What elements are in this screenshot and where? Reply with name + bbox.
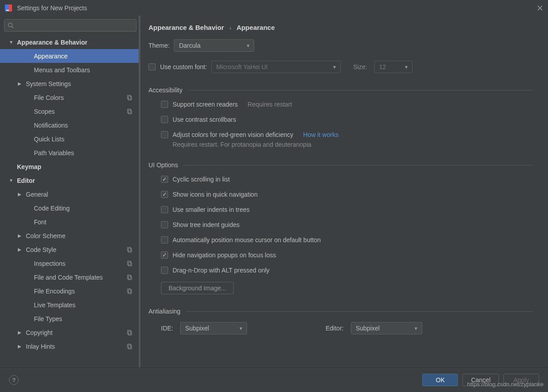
sidebar-item-appearance-behavior[interactable]: ▼Appearance & Behavior: [0, 35, 140, 49]
footer: ? OK Cancel Apply: [0, 367, 548, 392]
search-icon: [8, 22, 14, 29]
section-title: Antialiasing: [148, 308, 181, 315]
svg-rect-8: [128, 96, 132, 100]
custom-font-checkbox[interactable]: [148, 63, 156, 70]
divider: [186, 311, 533, 312]
sidebar-item-menus-and-toolbars[interactable]: Menus and Toolbars: [0, 63, 140, 77]
sidebar-item-file-colors[interactable]: File Colors: [0, 91, 140, 104]
sidebar-item-inlay-hints[interactable]: ▶Inlay Hints: [0, 339, 140, 353]
window-title: Settings for New Projects: [17, 4, 536, 12]
sidebar-item-copyright[interactable]: ▶Copyright: [0, 326, 140, 339]
checkbox[interactable]: [161, 116, 168, 123]
sidebar-item-label: Font: [34, 219, 132, 226]
sidebar-item-quick-lists[interactable]: Quick Lists: [0, 132, 140, 146]
chevron-down-icon: ▼: [246, 43, 251, 48]
checkbox-row: Show icons in quick navigation: [161, 191, 533, 198]
checkbox[interactable]: [161, 176, 168, 183]
sidebar-item-code-style[interactable]: ▶Code Style: [0, 243, 140, 256]
antialias-ide-combo[interactable]: Subpixel ▼: [180, 322, 247, 334]
sidebar-item-path-variables[interactable]: Path Variables: [0, 146, 140, 160]
font-size-combo[interactable]: 12 ▼: [374, 61, 412, 73]
project-scope-icon: [126, 95, 132, 101]
font-size-label: Size:: [353, 63, 367, 70]
custom-font-combo[interactable]: Microsoft YaHei UI ▼: [211, 61, 341, 73]
section-title: UI Options: [148, 161, 178, 169]
checkbox-label: Cyclic scrolling in list: [173, 176, 230, 183]
checkbox[interactable]: [161, 236, 168, 243]
theme-combo[interactable]: Darcula ▼: [174, 39, 254, 52]
how-it-works-link[interactable]: How it works: [303, 131, 338, 138]
sidebar-item-label: Code Style: [26, 246, 126, 253]
help-button[interactable]: ?: [9, 375, 19, 385]
sidebar-item-system-settings[interactable]: ▶System Settings: [0, 77, 140, 91]
sidebar-item-label: Quick Lists: [34, 136, 132, 143]
project-scope-icon: [126, 274, 132, 281]
content-area: Appearance & Behavior › Appearance Theme…: [140, 16, 548, 367]
svg-rect-11: [128, 247, 131, 251]
search-input[interactable]: [4, 19, 136, 32]
checkbox[interactable]: [161, 267, 168, 274]
sidebar-item-label: Inspections: [34, 260, 126, 267]
checkbox-label: Adjust colors for red-green vision defic…: [173, 131, 293, 138]
watermark: https://blog.csdn.net/zyplanke: [467, 381, 544, 388]
sidebar-item-scopes[interactable]: Scopes: [0, 104, 140, 118]
svg-point-5: [8, 23, 12, 27]
sidebar-item-code-editing[interactable]: Code Editing: [0, 201, 140, 215]
theme-value: Darcula: [179, 42, 200, 49]
close-icon[interactable]: [536, 4, 544, 12]
sidebar-item-keymap[interactable]: Keymap: [0, 160, 140, 173]
svg-rect-22: [128, 345, 132, 349]
app-logo-icon: [4, 4, 12, 12]
option-row: Automatically position mouse cursor on d…: [161, 236, 533, 243]
sidebar-item-editor[interactable]: ▼Editor: [0, 173, 140, 187]
sidebar-item-live-templates[interactable]: Live Templates: [0, 298, 140, 312]
custom-font-value: Microsoft YaHei UI: [216, 63, 268, 70]
chevron-down-icon: ▼: [404, 65, 408, 70]
svg-rect-20: [128, 331, 132, 335]
sidebar-item-color-scheme[interactable]: ▶Color Scheme: [0, 229, 140, 243]
sidebar-item-notifications[interactable]: Notifications: [0, 118, 140, 132]
background-image-button[interactable]: Background Image...: [161, 282, 234, 294]
chevron-right-icon: ▶: [18, 81, 23, 86]
project-scope-icon: [126, 260, 132, 267]
chevron-down-icon: ▼: [414, 326, 418, 331]
checkbox[interactable]: [161, 101, 168, 108]
breadcrumb-leaf: Appearance: [236, 24, 275, 31]
section-title: Accessibility: [148, 87, 182, 94]
section-antialiasing: Antialiasing: [148, 308, 533, 315]
custom-font-row: Use custom font: Microsoft YaHei UI ▼ Si…: [148, 61, 533, 73]
option-note: Requires restart. For protanopia and deu…: [161, 141, 533, 148]
sidebar-item-general[interactable]: ▶General: [0, 187, 140, 201]
checkbox-row: Support screen readersRequires restart: [161, 101, 533, 108]
search-wrap: [4, 19, 136, 32]
sidebar-item-file-and-code-templates[interactable]: File and Code Templates: [0, 270, 140, 284]
ok-button[interactable]: OK: [422, 374, 458, 386]
checkbox[interactable]: [161, 131, 168, 138]
sidebar-item-file-encodings[interactable]: File Encodings: [0, 284, 140, 298]
sidebar-item-appearance[interactable]: Appearance: [0, 49, 140, 63]
sidebar-item-file-types[interactable]: File Types: [0, 312, 140, 326]
sidebar: ▼Appearance & BehaviorAppearanceMenus an…: [0, 16, 140, 367]
checkbox[interactable]: [161, 252, 168, 259]
svg-rect-12: [128, 248, 132, 252]
checkbox-row: Cyclic scrolling in list: [161, 176, 533, 183]
checkbox[interactable]: [161, 206, 168, 213]
checkbox-row: Hide navigation popups on focus loss: [161, 252, 533, 259]
checkbox[interactable]: [161, 221, 168, 228]
breadcrumb-root[interactable]: Appearance & Behavior: [148, 24, 224, 31]
hint-text: Requires restart: [247, 101, 292, 108]
svg-rect-7: [128, 95, 131, 99]
checkbox[interactable]: [161, 191, 168, 198]
project-scope-icon: [126, 108, 132, 115]
settings-tree[interactable]: ▼Appearance & BehaviorAppearanceMenus an…: [0, 35, 140, 367]
checkbox-row: Show tree indent guides: [161, 221, 533, 228]
custom-font-label: Use custom font:: [160, 63, 207, 70]
checkbox-row: Automatically position mouse cursor on d…: [161, 236, 533, 243]
svg-rect-19: [128, 330, 131, 334]
antialias-editor-combo[interactable]: Subpixel ▼: [351, 322, 422, 334]
option-row: Show icons in quick navigation: [161, 191, 533, 198]
sidebar-item-font[interactable]: Font: [0, 215, 140, 229]
divider: [188, 90, 533, 91]
sidebar-item-inspections[interactable]: Inspections: [0, 256, 140, 270]
checkbox-row: Use contrast scrollbars: [161, 116, 533, 123]
